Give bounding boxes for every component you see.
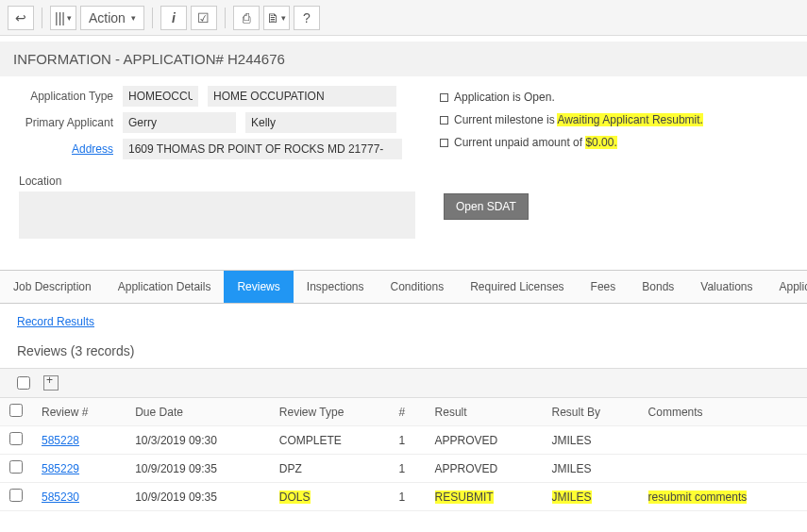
tab-applicants[interactable]: Applicants: [765, 271, 807, 303]
status-unpaid-pre: Current unpaid amount of: [454, 136, 585, 149]
print-icon: ⎙: [243, 10, 250, 25]
chevron-down-icon: ▾: [131, 13, 136, 23]
select-all-checkbox[interactable]: [9, 404, 23, 417]
status-milestone-pre: Current milestone is: [454, 113, 557, 126]
page-icon: 🗎: [266, 10, 279, 25]
col-header[interactable]: #: [389, 398, 425, 426]
status-box-icon: [440, 116, 448, 125]
review-link[interactable]: 585229: [42, 462, 79, 475]
main-toolbar: ↩ |||▾ Action▾ i ☑ ⎙ 🗎▾ ?: [0, 0, 807, 36]
help-button[interactable]: ?: [294, 6, 320, 30]
toolbar-separator: [152, 8, 153, 28]
tab-conditions[interactable]: Conditions: [378, 271, 458, 303]
record-results-link[interactable]: Record Results: [0, 304, 111, 340]
back-button[interactable]: ↩: [8, 6, 34, 30]
cell: [639, 455, 807, 483]
tab-valuations[interactable]: Valuations: [687, 271, 765, 303]
primary-first-field[interactable]: [123, 112, 236, 133]
cell: 10/3/2019 09:30: [126, 426, 270, 455]
col-header[interactable]: Comments: [639, 398, 807, 426]
check-icon: ☑: [197, 10, 210, 25]
reviews-title: Reviews (3 records): [0, 340, 807, 368]
cell: COMPLETE: [270, 426, 390, 455]
back-arrow-icon: ↩: [15, 10, 26, 25]
print-button[interactable]: ⎙: [233, 6, 260, 30]
page-button[interactable]: 🗎▾: [263, 6, 290, 30]
columns-icon: |||: [55, 10, 65, 25]
tab-fees[interactable]: Fees: [578, 271, 630, 303]
cell: DOLS: [270, 483, 390, 511]
cell: 1: [389, 426, 425, 455]
open-sdat-button[interactable]: Open SDAT: [444, 193, 529, 220]
cell: 10/9/2019 09:35: [126, 483, 270, 511]
action-button[interactable]: Action▾: [80, 6, 144, 30]
tabs-bar: Job DescriptionApplication DetailsReview…: [0, 270, 807, 304]
cell: JMILES: [543, 483, 639, 511]
help-icon: ?: [303, 10, 311, 25]
add-record-icon[interactable]: [43, 375, 59, 391]
table-row: 58522910/9/2019 09:35DPZ1APPROVEDJMILES: [0, 455, 807, 483]
toolbar-separator: [225, 8, 226, 28]
table-row: 58523010/9/2019 09:35DOLS1RESUBMITJMILES…: [0, 483, 807, 511]
cell: DPZ: [270, 455, 390, 483]
cell: RESUBMIT: [426, 483, 543, 511]
primary-last-field[interactable]: [245, 112, 396, 133]
info-icon: i: [172, 10, 176, 25]
toolbar-separator: [42, 8, 42, 28]
app-type-code-field[interactable]: [123, 86, 198, 107]
address-link[interactable]: Address: [19, 142, 113, 156]
status-open: Application is Open.: [454, 91, 555, 104]
col-header[interactable]: Result: [426, 398, 543, 426]
chevron-down-icon: ▾: [67, 13, 72, 23]
status-box-icon: [440, 93, 448, 102]
cell: APPROVED: [426, 455, 543, 483]
status-milestone-hl: Awaiting Applicant Resubmit.: [557, 113, 703, 126]
status-unpaid-hl: $0.00.: [585, 136, 616, 149]
col-header[interactable]: Due Date: [126, 398, 270, 426]
row-checkbox[interactable]: [9, 460, 23, 474]
col-header[interactable]: Result By: [543, 398, 639, 426]
cell: [639, 426, 807, 455]
reviews-grid: Review #Due DateReview Type#ResultResult…: [0, 398, 807, 511]
location-field[interactable]: [19, 191, 415, 239]
grid-toolbar: [0, 368, 807, 398]
cell: JMILES: [543, 426, 639, 455]
primary-applicant-label: Primary Applicant: [19, 116, 113, 129]
cell: APPROVED: [426, 426, 543, 455]
status-list: Application is Open. Current milestone i…: [440, 86, 703, 165]
app-type-desc-field[interactable]: [208, 86, 396, 107]
cell: resubmit comments: [639, 483, 807, 511]
cell: JMILES: [543, 455, 639, 483]
check-button[interactable]: ☑: [191, 6, 217, 30]
cell: 1: [389, 455, 425, 483]
columns-button[interactable]: |||▾: [50, 6, 76, 30]
tab-inspections[interactable]: Inspections: [294, 271, 378, 303]
address-field[interactable]: [123, 139, 402, 159]
app-type-label: Application Type: [19, 90, 113, 103]
tab-application-details[interactable]: Application Details: [105, 271, 225, 303]
col-header[interactable]: Review #: [32, 398, 126, 426]
page-title: INFORMATION - APPLICATION# H244676: [0, 42, 807, 76]
chevron-down-icon: ▾: [281, 13, 286, 23]
review-link[interactable]: 585228: [42, 434, 79, 447]
cell: 10/9/2019 09:35: [126, 455, 270, 483]
row-checkbox[interactable]: [9, 489, 23, 502]
tab-required-licenses[interactable]: Required Licenses: [457, 271, 577, 303]
select-all-toolbar-checkbox[interactable]: [17, 376, 30, 390]
status-box-icon: [440, 139, 448, 147]
table-row: 58522810/3/2019 09:30COMPLETE1APPROVEDJM…: [0, 426, 807, 455]
action-label: Action: [89, 10, 126, 25]
tab-job-description[interactable]: Job Description: [0, 271, 105, 303]
info-button[interactable]: i: [160, 6, 187, 30]
info-section: Application Type Primary Applicant Addre…: [0, 76, 807, 251]
tab-reviews[interactable]: Reviews: [224, 271, 293, 303]
cell: 1: [389, 483, 425, 511]
location-label: Location: [19, 175, 415, 188]
tab-bonds[interactable]: Bonds: [629, 271, 687, 303]
row-checkbox[interactable]: [9, 432, 23, 445]
review-link[interactable]: 585230: [42, 490, 79, 504]
col-header[interactable]: Review Type: [270, 398, 390, 426]
